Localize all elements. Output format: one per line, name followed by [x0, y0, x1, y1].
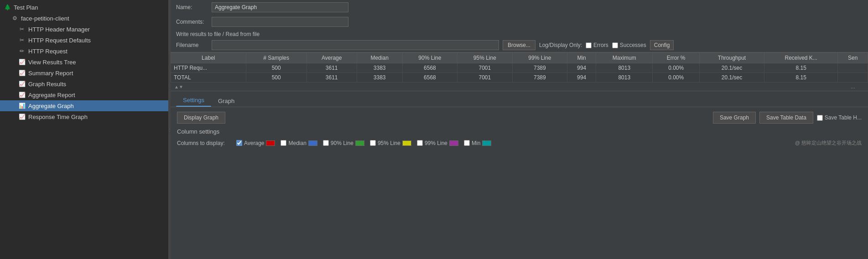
column-checkbox-4[interactable] [417, 140, 423, 146]
column-checkbox-0[interactable] [236, 140, 242, 146]
table-header-1[interactable]: # Samples [246, 53, 307, 63]
column-checkbox-1[interactable] [281, 140, 286, 146]
table-cell-0-2: 3611 [307, 63, 357, 73]
table-cell-1-6: 7389 [512, 73, 567, 83]
table-header-10[interactable]: Throughput [699, 53, 764, 63]
log-display-label: Log/Display Only: [539, 42, 582, 48]
filename-input[interactable] [212, 40, 499, 50]
column-color-3 [402, 140, 411, 146]
table-cell-1-3: 3383 [357, 73, 402, 83]
comments-row: Comments: [171, 15, 868, 29]
sidebar-item-face-petition-client[interactable]: ⚙ face-petition-client [0, 13, 168, 24]
errors-checkbox-label[interactable]: Errors [586, 42, 608, 48]
config-button[interactable]: Config [650, 40, 674, 50]
table-cell-1-1: 500 [246, 73, 307, 83]
table-header-5[interactable]: 95% Line [457, 53, 512, 63]
table-header-3[interactable]: Median [357, 53, 402, 63]
save-table-header-checkbox[interactable] [817, 115, 823, 121]
column-item-2: 90% Line [323, 140, 364, 146]
sidebar-item-graph-results[interactable]: 📈 Graph Results [0, 78, 168, 89]
sidebar-label-aggregate-report: Aggregate Report [28, 92, 75, 98]
sidebar-item-aggregate-graph[interactable]: 📊 Aggregate Graph [0, 100, 168, 111]
table-header-9[interactable]: Error % [653, 53, 700, 63]
table-cell-0-7: 994 [567, 63, 596, 73]
response-time-graph-icon: 📈 [18, 113, 26, 120]
column-color-4 [449, 140, 458, 146]
sidebar: 🌲 Test Plan ⚙ face-petition-client ✂ HTT… [0, 0, 169, 259]
table-cell-0-8: 8013 [596, 63, 653, 73]
column-label-2: 90% Line [331, 140, 353, 146]
sidebar-item-summary-report[interactable]: 📈 Summary Report [0, 67, 168, 78]
sidebar-item-http-request[interactable]: ✏ HTTP Request [0, 46, 168, 57]
sidebar-label-http-request-defaults: HTTP Request Defaults [28, 37, 91, 44]
save-graph-button[interactable]: Save Graph [713, 112, 756, 124]
browse-button[interactable]: Browse... [503, 40, 535, 50]
file-section-label: Write results to file / Read from file [176, 31, 863, 37]
table-cell-0-3: 3383 [357, 63, 402, 73]
display-graph-button[interactable]: Display Graph [177, 112, 225, 124]
sidebar-item-http-header-manager[interactable]: ✂ HTTP Header Manager [0, 24, 168, 35]
tab-settings[interactable]: Settings [176, 94, 211, 107]
table-cell-1-7: 994 [567, 73, 596, 83]
sidebar-item-test-plan[interactable]: 🌲 Test Plan [0, 2, 168, 13]
column-checkbox-3[interactable] [370, 140, 376, 146]
summary-report-icon: 📈 [18, 69, 26, 77]
table-header-8[interactable]: Maximum [596, 53, 653, 63]
table-body: HTTP Requ...5003611338365687001738999480… [171, 63, 868, 83]
sidebar-item-http-request-defaults[interactable]: ✂ HTTP Request Defaults [0, 35, 168, 46]
http-header-manager-icon: ✂ [18, 26, 26, 33]
table-cell-0-12 [838, 63, 868, 73]
tabs-row: Settings Graph [171, 91, 868, 107]
column-checkbox-5[interactable] [464, 140, 470, 146]
http-request-icon: ✏ [18, 47, 26, 55]
comments-label: Comments: [176, 19, 208, 25]
dots-indicator: ... [851, 83, 855, 90]
action-row: Display Graph Save Graph Save Table Data… [177, 112, 862, 124]
sidebar-label-summary-report: Summary Report [28, 70, 73, 77]
table-header-11[interactable]: Received K... [764, 53, 838, 63]
results-table-wrapper: Label# SamplesAverageMedian90% Line95% L… [171, 52, 868, 83]
successes-checkbox[interactable] [612, 42, 618, 48]
columns-container: Average Median 90% Line 95% Line 99% Lin… [236, 140, 491, 146]
view-results-tree-icon: 📈 [18, 58, 26, 66]
aggregate-graph-icon: 📊 [18, 102, 26, 109]
column-checkbox-2[interactable] [323, 140, 329, 146]
sidebar-label-face-petition-client: face-petition-client [21, 15, 69, 22]
column-color-5 [482, 140, 491, 146]
sidebar-item-response-time-graph[interactable]: 📈 Response Time Graph [0, 111, 168, 122]
graph-results-icon: 📈 [18, 80, 26, 88]
table-header-4[interactable]: 90% Line [402, 53, 457, 63]
table-cell-1-8: 8013 [596, 73, 653, 83]
table-header-2[interactable]: Average [307, 53, 357, 63]
test-plan-icon: 🌲 [4, 4, 11, 11]
table-cell-1-4: 6568 [402, 73, 457, 83]
errors-checkbox[interactable] [586, 42, 592, 48]
table-row[interactable]: TOTAL5003611338365687001738999480130.00%… [171, 73, 868, 83]
column-label-1: Median [288, 140, 306, 146]
name-row: Name: [171, 0, 868, 15]
column-color-0 [266, 140, 275, 146]
successes-checkbox-label[interactable]: Successes [612, 42, 646, 48]
column-item-3: 95% Line [370, 140, 411, 146]
column-item-4: 99% Line [417, 140, 458, 146]
sidebar-item-view-results-tree[interactable]: 📈 View Results Tree [0, 57, 168, 67]
table-header-0[interactable]: Label [171, 53, 246, 63]
column-label-5: Min [472, 140, 480, 146]
successes-label: Successes [620, 42, 646, 48]
column-settings-title: Column settings [177, 128, 862, 135]
column-item-1: Median [281, 140, 317, 146]
name-input[interactable] [212, 2, 348, 12]
save-table-data-button[interactable]: Save Table Data [759, 112, 813, 124]
scroll-arrows[interactable]: ▲▼ [174, 84, 183, 89]
comments-input[interactable] [212, 17, 348, 27]
save-table-header-label[interactable]: Save Table H... [817, 114, 862, 121]
table-row[interactable]: HTTP Requ...5003611338365687001738999480… [171, 63, 868, 73]
table-cell-0-1: 500 [246, 63, 307, 73]
scroll-indicator: ▲▼ ... [171, 83, 868, 91]
column-label-3: 95% Line [378, 140, 400, 146]
table-header-7[interactable]: Min [567, 53, 596, 63]
sidebar-item-aggregate-report[interactable]: 📈 Aggregate Report [0, 89, 168, 100]
table-header-6[interactable]: 99% Line [512, 53, 567, 63]
tab-graph[interactable]: Graph [211, 95, 241, 107]
table-header-12[interactable]: Sen [838, 53, 868, 63]
